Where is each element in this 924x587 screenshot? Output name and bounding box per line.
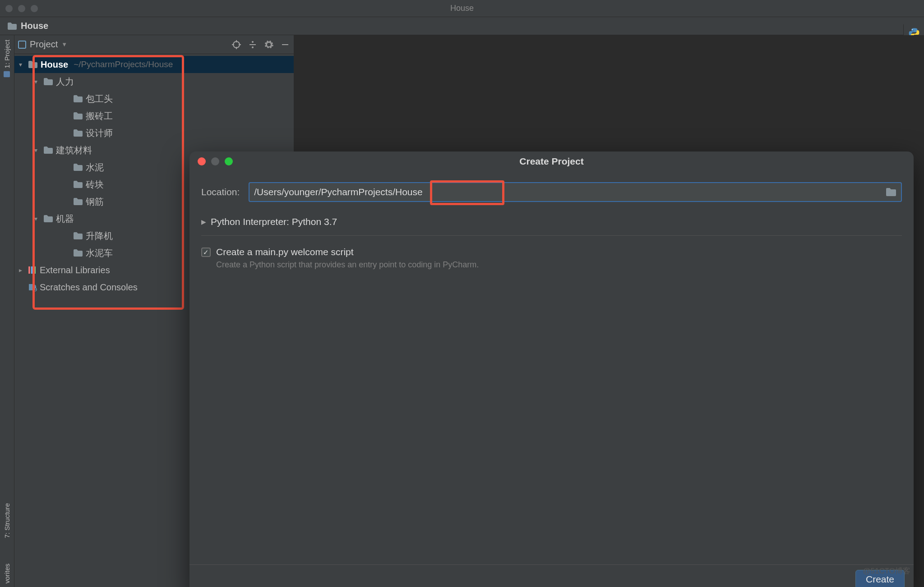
tree-folder[interactable]: 搬砖工 [14,107,294,124]
project-view-icon [18,41,26,49]
dialog-traffic-lights[interactable] [198,157,233,165]
chevron-down-icon[interactable]: ▾ [19,61,25,68]
svg-point-0 [911,29,912,30]
chevron-down-icon[interactable]: ▾ [34,215,41,222]
folder-icon [73,232,83,240]
tree-root[interactable]: ▾ House ~/PycharmProjects/House [14,56,294,73]
zoom-icon[interactable] [225,157,233,165]
svg-rect-15 [34,266,36,274]
traffic-lights[interactable] [5,5,38,12]
tree-folder[interactable]: 设计师 [14,124,294,142]
svg-rect-3 [18,41,26,48]
folder-icon [43,215,53,223]
svg-point-4 [233,41,240,48]
interpreter-row[interactable]: ▶ Python Interpreter: Python 3.7 [201,216,902,236]
breadcrumb-project[interactable]: House [21,21,48,31]
close-dot[interactable] [5,5,13,12]
chevron-down-icon[interactable]: ▾ [34,147,41,154]
svg-rect-2 [4,71,10,77]
folder-icon [43,146,53,154]
location-label: Location: [201,187,240,197]
location-field-wrap[interactable] [249,182,902,202]
tab-project[interactable]: 1: Project [2,36,12,81]
tree-root-path: ~/PycharmProjects/House [74,60,173,69]
tab-structure[interactable]: 7: Structure [2,500,12,542]
breadcrumb-bar: House [0,17,924,35]
window-title: House [450,4,474,13]
browse-folder-icon[interactable] [886,188,896,197]
create-project-dialog: Create Project Location: ▶ Python Interp… [189,151,914,587]
tree-folder[interactable]: ▾ 人力 [14,73,294,90]
divide-icon[interactable] [248,40,258,50]
chevron-down-icon[interactable]: ▼ [61,41,67,48]
folder-icon [73,249,83,257]
project-panel-title[interactable]: Project [30,39,58,50]
create-script-label: Create a main.py welcome script [216,247,354,257]
zoom-dot[interactable] [31,5,38,12]
folder-icon [73,163,83,171]
interpreter-label: Python Interpreter: Python 3.7 [211,216,337,227]
folder-icon [28,60,38,69]
minimize-icon[interactable] [280,40,290,50]
folder-icon [43,78,53,86]
project-panel-toolbar [231,40,290,50]
minimize-icon[interactable] [211,157,219,165]
target-icon[interactable] [231,40,241,50]
svg-rect-13 [28,266,30,274]
dialog-titlebar: Create Project [189,151,914,171]
tree-root-name: House [41,60,68,70]
tree-folder[interactable]: 包工头 [14,90,294,107]
folder-icon [73,180,83,188]
libraries-icon [28,266,37,274]
svg-rect-14 [31,266,33,274]
folder-icon [73,95,83,103]
project-panel-header: Project ▼ [14,35,294,54]
chevron-right-icon[interactable]: ▸ [19,266,25,274]
scratches-icon [28,283,37,291]
window-titlebar: House [0,0,924,17]
create-script-description: Create a Python script that provides an … [216,260,902,270]
create-script-checkbox[interactable]: ✓ [201,248,211,257]
svg-rect-10 [249,44,256,45]
folder-icon [73,197,83,206]
svg-point-11 [252,46,254,48]
chevron-right-icon[interactable]: ▶ [201,218,206,225]
tab-favorites[interactable]: vorites [2,560,12,587]
svg-rect-12 [282,44,288,45]
folder-icon [73,112,83,120]
folder-icon [73,129,83,137]
left-tool-tabs: 1: Project 7: Structure vorites [0,35,14,587]
dialog-title: Create Project [519,156,583,167]
watermark: @51CTO博客 [863,566,910,576]
minimize-dot[interactable] [18,5,25,12]
gear-icon[interactable] [264,40,274,50]
chevron-down-icon[interactable]: ▾ [34,78,41,85]
location-input[interactable] [254,187,881,197]
folder-icon [7,22,17,30]
close-icon[interactable] [198,157,206,165]
svg-point-9 [252,41,254,43]
